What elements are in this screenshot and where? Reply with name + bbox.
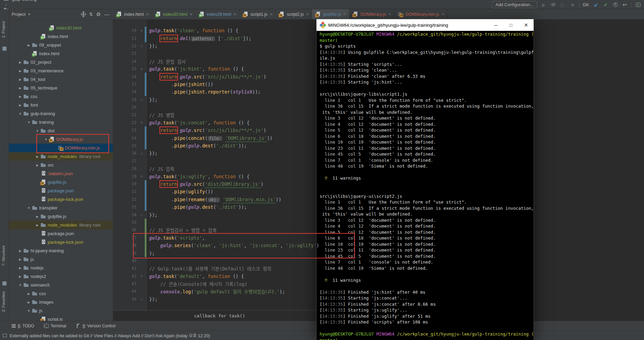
tree-item-font[interactable]: ▶font [9,101,113,109]
sidebar-item-project[interactable]: 1: Project [1,21,5,38]
tree-item-images[interactable]: ▶images [9,298,113,306]
tree-item-node_modules[interactable]: ▶node_moduleslibrary root [9,221,113,229]
tree-closed-arrow-icon[interactable]: ▶ [34,215,40,218]
tree-closed-arrow-icon[interactable]: ▶ [17,86,23,90]
tree-item-DOMlibrary.js[interactable]: ▼DOMlibrary.js [9,135,113,144]
sidebar-item-structure[interactable]: 7: Structure [1,245,5,266]
tab-index29.html[interactable]: index29.html× [196,9,239,19]
close-icon[interactable]: × [518,21,534,29]
tree-item-js[interactable]: ▼js [9,306,113,315]
tree-item-script.js[interactable]: script.js [9,315,113,321]
tree-closed-arrow-icon[interactable]: ▶ [17,266,23,270]
tree-closed-arrow-icon[interactable]: ▶ [34,163,40,167]
tab-gulpfile.js[interactable]: gulpfile.js× [312,9,349,19]
tree-closed-arrow-icon[interactable]: ▶ [26,301,32,304]
tree-item-02_project[interactable]: ▶02_project [9,58,113,66]
project-panel-title[interactable]: Project [12,12,25,17]
tree-item-hl-jquery-training[interactable]: ▶hl-jquery-training [9,246,113,255]
toggle-toolwindows-icon[interactable] [3,334,7,337]
fold-marker-icon[interactable]: ⊖ [139,174,145,179]
close-icon[interactable]: × [234,12,236,17]
coverage-icon[interactable]: ▷ [560,2,566,8]
git-update-icon[interactable]: ↙ [593,2,599,8]
tree-item-css[interactable]: ▶css [9,289,113,298]
tree-item-css[interactable]: ▶css [9,92,113,101]
tree-closed-arrow-icon[interactable]: ▶ [17,275,23,278]
debug-bug-icon[interactable] [550,2,557,8]
tree-item-package.json[interactable]: package.json [9,229,113,238]
tree-open-arrow-icon[interactable]: ▼ [26,309,32,313]
tree-item-index.html[interactable]: index.html [9,49,113,58]
fold-marker-icon[interactable]: ⊖ [139,28,145,33]
close-icon[interactable]: × [270,12,273,17]
status-message[interactable]: Externally added files can be added to G… [10,332,210,339]
tree-item-nodejs2[interactable]: ▶nodejs2 [9,272,113,281]
terminal-title-bar[interactable]: MINGW64:/c/workplace_git/hyungju-lee/gul… [317,19,534,31]
tree-item-node_modules[interactable]: ▶node_moduleslibrary root [9,152,113,161]
tree-item-package-lock.json[interactable]: package-lock.json [9,195,113,204]
terminal-output[interactable]: hyung@DESKTOP-U7BJLU7 MINGW64 /c/workpla… [317,31,534,340]
close-icon[interactable]: × [190,12,192,17]
tree-item-package-lock.json[interactable]: package-lock.json [9,238,113,246]
tree-open-arrow-icon[interactable]: ▼ [26,121,32,124]
tree-open-arrow-icon[interactable]: ▼ [26,206,32,210]
tree-item-src[interactable]: ▶src [9,161,113,169]
stop-icon[interactable]: ■ [570,2,576,8]
tab-script2.js[interactable]: script2.js× [276,9,312,19]
minimize-icon[interactable]: ─ [488,23,503,28]
tab-DOMlibrary.min.js[interactable]: DOMlibrary.min.js× [394,9,448,19]
gear-icon[interactable]: ⚙ [96,11,101,17]
tree-item-gulpfile.js[interactable]: gulpfile.js [9,178,113,186]
close-icon[interactable]: × [442,12,444,17]
fold-marker-icon[interactable]: ⊖ [139,67,145,71]
tree-open-arrow-icon[interactable]: ▼ [17,112,23,116]
tree-item-package.json[interactable]: package.json [9,186,113,195]
chevron-down-icon[interactable]: ▼ [27,13,31,16]
tree-closed-arrow-icon[interactable]: ▶ [17,95,23,98]
tree-closed-arrow-icon[interactable]: ▶ [34,223,40,227]
tree-item-03_maintenance[interactable]: ▶03_maintenance [9,66,113,75]
tree-closed-arrow-icon[interactable]: ▶ [17,249,23,253]
tree-item-transpiler[interactable]: ▼transpiler [9,204,113,212]
tree-item-.babelrc.json[interactable]: .babelrc.json [9,169,113,178]
close-icon[interactable]: × [389,12,391,17]
run-anything-icon[interactable] [635,2,641,8]
tree-item-siemaes5[interactable]: ▼siemaes5 [9,281,113,289]
tree-open-arrow-icon[interactable]: ▼ [17,283,23,287]
tab-index.html[interactable]: index.html× [113,9,152,19]
mingw64-terminal-window[interactable]: MINGW64:/c/workplace_git/hyungju-lee/gul… [316,19,534,340]
tree-item-index30.html[interactable]: index30.html [9,24,113,32]
git-commit-icon[interactable]: ✓ [603,2,609,8]
tree-item-index.html[interactable]: index.html [9,32,113,41]
tab-script1.js[interactable]: script1.js× [240,9,276,19]
collapse-all-icon[interactable]: ⇅ [89,12,93,17]
tree-closed-arrow-icon[interactable]: ▶ [17,78,23,81]
tab-DOMlibrary.js[interactable]: DOMlibrary.js× [349,9,394,19]
maximize-icon[interactable]: □ [503,23,518,28]
tree-closed-arrow-icon[interactable]: ▶ [17,69,23,73]
tree-item-nodejs[interactable]: ▶nodejs [9,264,113,272]
close-icon[interactable]: × [343,12,346,17]
tree-closed-arrow-icon[interactable]: ▶ [17,258,23,261]
tree-open-arrow-icon[interactable]: ▼ [34,129,40,133]
tree-item-gulp-training[interactable]: ▼gulp-training [9,109,113,118]
project-tool-icon[interactable] [2,47,7,51]
tree-item-09_snippet[interactable]: ▶09_snippet [9,41,113,49]
sidebar-item-favorites[interactable]: 2: Favorites [1,291,5,312]
run-icon[interactable]: ▶ [541,2,547,8]
fold-marker-icon[interactable]: ⊖ [139,120,145,125]
tree-open-arrow-icon[interactable]: ▼ [43,138,49,141]
tree-closed-arrow-icon[interactable]: ▶ [26,44,32,47]
history-clock-icon[interactable] [612,2,618,8]
close-icon[interactable]: × [306,12,309,17]
close-icon[interactable]: × [146,12,149,17]
tree-item-dist[interactable]: ▼dist [9,126,113,135]
tree-item-04_tool[interactable]: ▶04_tool [9,75,113,84]
tree-item-gulpfile.js[interactable]: ▶gulpfile.js [9,212,113,221]
tree-closed-arrow-icon[interactable]: ▶ [26,292,32,295]
git-rollback-icon[interactable]: ↩ [622,2,628,8]
breadcrumb-item[interactable]: gulp-training [3,0,37,2]
hide-panel-icon[interactable]: — [104,12,109,17]
tree-closed-arrow-icon[interactable]: ▶ [17,61,23,64]
tree-closed-arrow-icon[interactable]: ▶ [34,155,40,158]
